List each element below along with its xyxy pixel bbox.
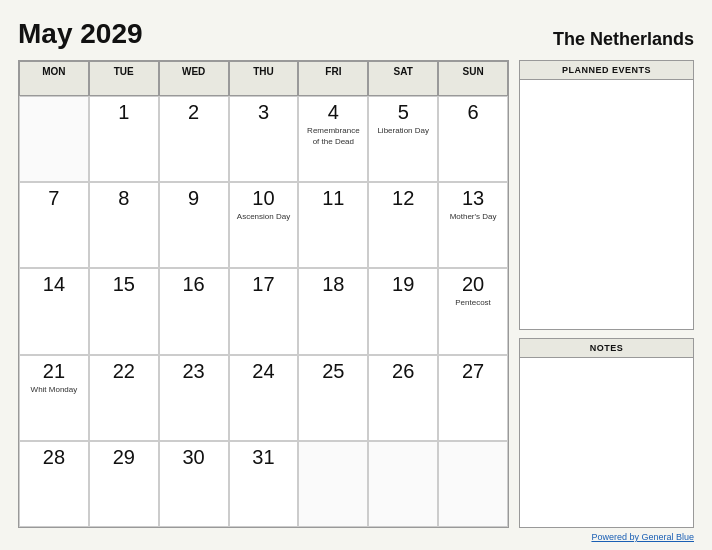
day-cell: 7 <box>19 182 89 268</box>
day-cell: 16 <box>159 268 229 354</box>
day-number: 8 <box>118 186 129 210</box>
day-cell-inner: 10Ascension Day <box>234 186 294 222</box>
day-number: 29 <box>113 445 135 469</box>
day-number: 11 <box>322 186 344 210</box>
day-header: THU <box>229 61 299 96</box>
day-cell: 19 <box>368 268 438 354</box>
day-number: 7 <box>48 186 59 210</box>
day-cell-inner: 13Mother's Day <box>443 186 503 222</box>
day-cell-inner: 24 <box>234 359 294 383</box>
day-cell-inner: 28 <box>24 445 84 469</box>
planned-events-title: PLANNED EVENTS <box>520 61 693 80</box>
day-number: 22 <box>113 359 135 383</box>
day-cell: 13Mother's Day <box>438 182 508 268</box>
day-cell: 6 <box>438 96 508 182</box>
day-number: 24 <box>252 359 274 383</box>
day-cell: 9 <box>159 182 229 268</box>
day-cell: 25 <box>298 355 368 441</box>
day-cell-inner: 12 <box>373 186 433 210</box>
day-number: 6 <box>468 100 479 124</box>
main-content: MONTUEWEDTHUFRISATSUN1234Remembrance of … <box>18 60 694 528</box>
day-header: SUN <box>438 61 508 96</box>
day-cell-inner: 20Pentecost <box>443 272 503 308</box>
day-cell: 12 <box>368 182 438 268</box>
day-cell: 10Ascension Day <box>229 182 299 268</box>
day-number: 5 <box>398 100 409 124</box>
day-cell: 15 <box>89 268 159 354</box>
day-cell-inner: 22 <box>94 359 154 383</box>
day-number: 13 <box>462 186 484 210</box>
day-cell <box>438 441 508 527</box>
day-cell-inner: 4Remembrance of the Dead <box>303 100 363 147</box>
day-header: WED <box>159 61 229 96</box>
day-cell-inner: 27 <box>443 359 503 383</box>
day-cell-inner: 15 <box>94 272 154 296</box>
day-number: 20 <box>462 272 484 296</box>
day-cell-inner: 3 <box>234 100 294 124</box>
day-cell-inner: 9 <box>164 186 224 210</box>
day-cell-inner: 18 <box>303 272 363 296</box>
calendar-grid: MONTUEWEDTHUFRISATSUN1234Remembrance of … <box>19 61 508 527</box>
day-number: 21 <box>43 359 65 383</box>
day-number: 17 <box>252 272 274 296</box>
day-header: SAT <box>368 61 438 96</box>
day-cell-inner: 16 <box>164 272 224 296</box>
day-cell: 14 <box>19 268 89 354</box>
day-cell-inner: 14 <box>24 272 84 296</box>
day-number: 9 <box>188 186 199 210</box>
day-cell-inner: 21Whit Monday <box>24 359 84 395</box>
header: May 2029 The Netherlands <box>18 18 694 50</box>
day-number: 14 <box>43 272 65 296</box>
day-event: Whit Monday <box>31 385 78 395</box>
day-cell-inner: 1 <box>94 100 154 124</box>
sidebar: PLANNED EVENTS NOTES <box>519 60 694 528</box>
day-number: 18 <box>322 272 344 296</box>
planned-events-box: PLANNED EVENTS <box>519 60 694 330</box>
notes-content <box>520 358 693 527</box>
month-title: May 2029 <box>18 18 143 50</box>
day-cell-inner: 11 <box>303 186 363 210</box>
day-number: 2 <box>188 100 199 124</box>
day-number: 31 <box>252 445 274 469</box>
day-cell: 18 <box>298 268 368 354</box>
day-number: 15 <box>113 272 135 296</box>
calendar-page: May 2029 The Netherlands MONTUEWEDTHUFRI… <box>0 0 712 550</box>
day-cell: 23 <box>159 355 229 441</box>
day-number: 28 <box>43 445 65 469</box>
day-event: Remembrance of the Dead <box>303 126 363 147</box>
day-cell: 20Pentecost <box>438 268 508 354</box>
day-cell: 29 <box>89 441 159 527</box>
day-cell-inner: 19 <box>373 272 433 296</box>
day-cell-inner: 7 <box>24 186 84 210</box>
day-cell-inner: 6 <box>443 100 503 124</box>
day-header: TUE <box>89 61 159 96</box>
day-number: 27 <box>462 359 484 383</box>
day-cell: 24 <box>229 355 299 441</box>
day-cell: 8 <box>89 182 159 268</box>
day-cell: 28 <box>19 441 89 527</box>
day-number: 19 <box>392 272 414 296</box>
day-cell-inner: 5Liberation Day <box>373 100 433 136</box>
day-cell: 26 <box>368 355 438 441</box>
day-number: 10 <box>252 186 274 210</box>
day-number: 30 <box>183 445 205 469</box>
calendar-section: MONTUEWEDTHUFRISATSUN1234Remembrance of … <box>18 60 509 528</box>
day-event: Ascension Day <box>237 212 290 222</box>
day-cell-inner: 8 <box>94 186 154 210</box>
day-cell-inner: 17 <box>234 272 294 296</box>
footer: Powered by General Blue <box>18 528 694 542</box>
day-cell-inner: 30 <box>164 445 224 469</box>
country-title: The Netherlands <box>553 29 694 50</box>
powered-by-link[interactable]: Powered by General Blue <box>591 532 694 542</box>
day-cell: 31 <box>229 441 299 527</box>
day-cell <box>19 96 89 182</box>
day-cell: 17 <box>229 268 299 354</box>
day-cell: 30 <box>159 441 229 527</box>
day-cell-inner: 23 <box>164 359 224 383</box>
day-cell: 1 <box>89 96 159 182</box>
day-cell: 11 <box>298 182 368 268</box>
day-cell <box>298 441 368 527</box>
day-cell-inner: 29 <box>94 445 154 469</box>
day-event: Pentecost <box>455 298 491 308</box>
day-cell-inner: 2 <box>164 100 224 124</box>
